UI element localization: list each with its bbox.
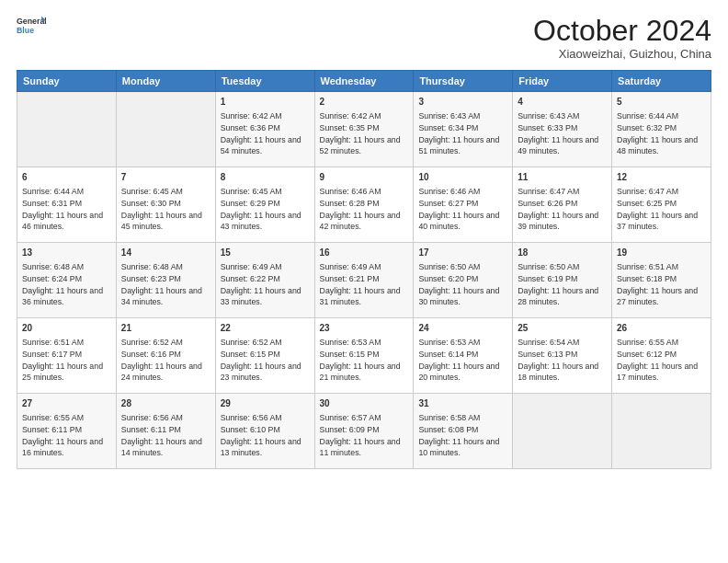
weekday-header: Wednesday [314,71,414,92]
day-info: Sunrise: 6:51 AM Sunset: 6:18 PM Dayligh… [617,261,706,308]
day-number: 31 [418,397,507,410]
day-number: 3 [418,96,507,109]
calendar-cell: 18Sunrise: 6:50 AM Sunset: 6:19 PM Dayli… [513,243,612,318]
calendar-week-row: 1Sunrise: 6:42 AM Sunset: 6:36 PM Daylig… [17,92,711,167]
day-number: 6 [22,171,111,184]
day-number: 30 [320,397,409,410]
subtitle: Xiaoweizhai, Guizhou, China [533,47,711,61]
day-number: 29 [221,397,310,410]
calendar-cell: 30Sunrise: 6:57 AM Sunset: 6:09 PM Dayli… [314,394,414,469]
weekday-header: Tuesday [215,71,314,92]
day-info: Sunrise: 6:46 AM Sunset: 6:27 PM Dayligh… [418,186,507,233]
calendar-week-row: 13Sunrise: 6:48 AM Sunset: 6:24 PM Dayli… [17,243,711,318]
day-number: 9 [320,171,409,184]
calendar-cell: 21Sunrise: 6:52 AM Sunset: 6:16 PM Dayli… [116,318,215,394]
calendar-cell: 3Sunrise: 6:43 AM Sunset: 6:34 PM Daylig… [414,92,513,167]
day-number: 21 [121,322,210,335]
day-number: 12 [617,171,706,184]
day-number: 10 [418,171,507,184]
day-number: 28 [121,397,210,410]
calendar-table: SundayMondayTuesdayWednesdayThursdayFrid… [17,70,711,469]
day-info: Sunrise: 6:42 AM Sunset: 6:35 PM Dayligh… [320,110,409,157]
day-info: Sunrise: 6:45 AM Sunset: 6:30 PM Dayligh… [121,186,210,233]
calendar-cell: 15Sunrise: 6:49 AM Sunset: 6:22 PM Dayli… [215,243,314,318]
calendar-body: 1Sunrise: 6:42 AM Sunset: 6:36 PM Daylig… [17,92,711,469]
calendar-cell: 20Sunrise: 6:51 AM Sunset: 6:17 PM Dayli… [17,318,117,394]
calendar-cell: 2Sunrise: 6:42 AM Sunset: 6:35 PM Daylig… [314,92,414,167]
calendar-cell: 31Sunrise: 6:58 AM Sunset: 6:08 PM Dayli… [414,394,513,469]
calendar-cell: 11Sunrise: 6:47 AM Sunset: 6:26 PM Dayli… [513,167,612,243]
day-info: Sunrise: 6:48 AM Sunset: 6:24 PM Dayligh… [22,261,111,308]
calendar-header: SundayMondayTuesdayWednesdayThursdayFrid… [17,71,711,92]
calendar-cell: 25Sunrise: 6:54 AM Sunset: 6:13 PM Dayli… [513,318,612,394]
calendar-cell: 7Sunrise: 6:45 AM Sunset: 6:30 PM Daylig… [116,167,215,243]
day-number: 5 [617,96,706,109]
day-info: Sunrise: 6:47 AM Sunset: 6:26 PM Dayligh… [518,186,607,233]
day-info: Sunrise: 6:46 AM Sunset: 6:28 PM Dayligh… [320,186,409,233]
day-info: Sunrise: 6:52 AM Sunset: 6:16 PM Dayligh… [121,337,210,384]
calendar-cell: 19Sunrise: 6:51 AM Sunset: 6:18 PM Dayli… [612,243,711,318]
day-info: Sunrise: 6:47 AM Sunset: 6:25 PM Dayligh… [617,186,706,233]
day-number: 16 [320,247,409,259]
svg-text:Blue: Blue [17,26,34,35]
weekday-header: Thursday [414,71,513,92]
day-number: 18 [518,247,607,259]
day-info: Sunrise: 6:50 AM Sunset: 6:19 PM Dayligh… [518,261,607,308]
day-number: 25 [518,322,607,335]
day-number: 15 [221,247,310,259]
day-info: Sunrise: 6:56 AM Sunset: 6:11 PM Dayligh… [121,412,210,459]
main-title: October 2024 [533,15,711,47]
day-number: 23 [320,322,409,335]
day-number: 11 [518,171,607,184]
weekday-header: Friday [513,71,612,92]
calendar-cell: 28Sunrise: 6:56 AM Sunset: 6:11 PM Dayli… [116,394,215,469]
calendar-cell: 16Sunrise: 6:49 AM Sunset: 6:21 PM Dayli… [314,243,414,318]
calendar-cell: 14Sunrise: 6:48 AM Sunset: 6:23 PM Dayli… [116,243,215,318]
day-number: 24 [418,322,507,335]
calendar-week-row: 6Sunrise: 6:44 AM Sunset: 6:31 PM Daylig… [17,167,711,243]
day-info: Sunrise: 6:44 AM Sunset: 6:32 PM Dayligh… [617,110,706,157]
weekday-header: Monday [116,71,215,92]
day-info: Sunrise: 6:56 AM Sunset: 6:10 PM Dayligh… [221,412,310,459]
day-info: Sunrise: 6:52 AM Sunset: 6:15 PM Dayligh… [221,337,310,384]
day-info: Sunrise: 6:49 AM Sunset: 6:21 PM Dayligh… [320,261,409,308]
day-number: 2 [320,96,409,109]
day-number: 20 [22,322,111,335]
day-info: Sunrise: 6:49 AM Sunset: 6:22 PM Dayligh… [221,261,310,308]
weekday-header: Saturday [612,71,711,92]
calendar-cell: 23Sunrise: 6:53 AM Sunset: 6:15 PM Dayli… [314,318,414,394]
calendar-cell: 12Sunrise: 6:47 AM Sunset: 6:25 PM Dayli… [612,167,711,243]
day-info: Sunrise: 6:57 AM Sunset: 6:09 PM Dayligh… [320,412,409,459]
title-block: October 2024 Xiaoweizhai, Guizhou, China [533,15,711,61]
day-info: Sunrise: 6:53 AM Sunset: 6:14 PM Dayligh… [418,337,507,384]
day-number: 13 [22,247,111,259]
day-number: 1 [221,96,310,109]
calendar-cell: 8Sunrise: 6:45 AM Sunset: 6:29 PM Daylig… [215,167,314,243]
calendar-week-row: 27Sunrise: 6:55 AM Sunset: 6:11 PM Dayli… [17,394,711,469]
day-info: Sunrise: 6:43 AM Sunset: 6:33 PM Dayligh… [518,110,607,157]
day-info: Sunrise: 6:48 AM Sunset: 6:23 PM Dayligh… [121,261,210,308]
day-info: Sunrise: 6:43 AM Sunset: 6:34 PM Dayligh… [418,110,507,157]
calendar-cell: 1Sunrise: 6:42 AM Sunset: 6:36 PM Daylig… [215,92,314,167]
calendar-cell: 4Sunrise: 6:43 AM Sunset: 6:33 PM Daylig… [513,92,612,167]
day-number: 27 [22,397,111,410]
day-info: Sunrise: 6:44 AM Sunset: 6:31 PM Dayligh… [22,186,111,233]
calendar-cell: 10Sunrise: 6:46 AM Sunset: 6:27 PM Dayli… [414,167,513,243]
logo: General Blue [17,15,46,40]
calendar-cell: 17Sunrise: 6:50 AM Sunset: 6:20 PM Dayli… [414,243,513,318]
calendar-cell: 22Sunrise: 6:52 AM Sunset: 6:15 PM Dayli… [215,318,314,394]
calendar-cell [17,92,117,167]
day-number: 19 [617,247,706,259]
calendar-week-row: 20Sunrise: 6:51 AM Sunset: 6:17 PM Dayli… [17,318,711,394]
calendar-cell: 24Sunrise: 6:53 AM Sunset: 6:14 PM Dayli… [414,318,513,394]
page-header: General Blue October 2024 Xiaoweizhai, G… [17,15,711,61]
day-number: 7 [121,171,210,184]
day-number: 4 [518,96,607,109]
day-number: 17 [418,247,507,259]
logo-icon: General Blue [17,15,46,40]
day-info: Sunrise: 6:53 AM Sunset: 6:15 PM Dayligh… [320,337,409,384]
day-info: Sunrise: 6:45 AM Sunset: 6:29 PM Dayligh… [221,186,310,233]
calendar-cell: 26Sunrise: 6:55 AM Sunset: 6:12 PM Dayli… [612,318,711,394]
day-info: Sunrise: 6:54 AM Sunset: 6:13 PM Dayligh… [518,337,607,384]
day-number: 14 [121,247,210,259]
